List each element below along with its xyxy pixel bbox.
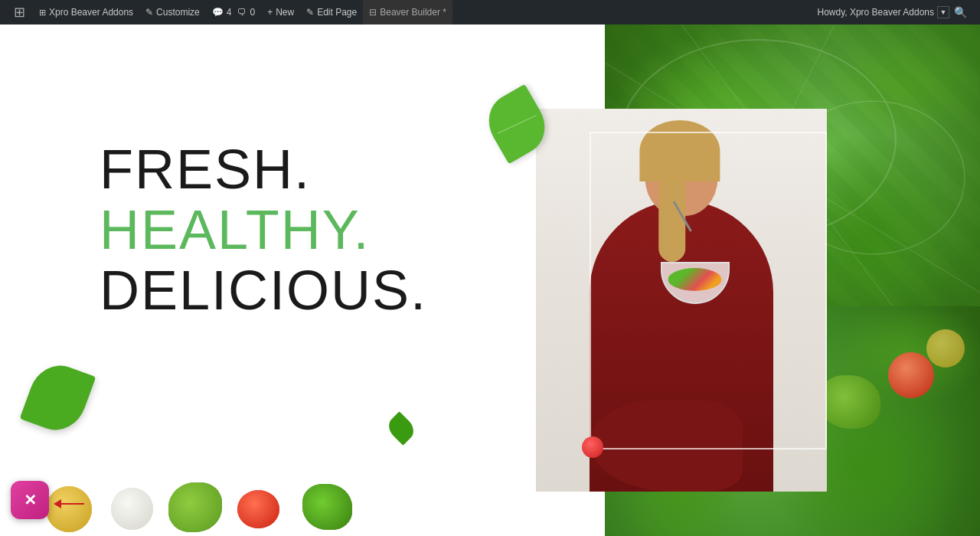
arrow-head-icon bbox=[54, 499, 61, 508]
pending-count: 0 bbox=[250, 7, 255, 18]
edit-page-label: Edit Page bbox=[317, 7, 357, 18]
screen-options-icon: ▼ bbox=[940, 8, 947, 16]
comments-count: 4 bbox=[227, 7, 232, 18]
hero-person-image bbox=[536, 109, 827, 492]
customize-menu[interactable]: ✎ Customize bbox=[139, 0, 206, 25]
leaf-sm-shape bbox=[384, 411, 419, 446]
xpro-beaver-addons-label: Xpro Beaver Addons bbox=[49, 7, 133, 18]
beaver-builder-label: Beaver Builder * bbox=[380, 7, 446, 18]
tomato-shape bbox=[582, 436, 603, 458]
leaf-decoration-top bbox=[490, 93, 551, 162]
main-content: FRESH. HEALTHY. DELICIOUS. ✕ bbox=[0, 25, 980, 536]
admin-bar: ⊞ ⊞ Xpro Beaver Addons ✎ Customize 💬 4 🗨… bbox=[0, 0, 980, 25]
admin-search-button[interactable]: 🔍 bbox=[952, 5, 968, 20]
tomato-veggie bbox=[237, 490, 279, 528]
arrow-line bbox=[61, 503, 84, 505]
beaver-builder-icon: ⊟ bbox=[369, 7, 377, 18]
admin-bar-right: Howdy, Xpro Beaver Addons ▼ 🔍 bbox=[811, 5, 974, 20]
beaver-builder-menu[interactable]: ⊟ Beaver Builder * bbox=[363, 0, 452, 25]
wp-icon: ⊞ bbox=[14, 4, 25, 21]
lettuce-veggie bbox=[168, 482, 222, 532]
customize-icon: ✎ bbox=[145, 7, 153, 18]
arrow-indicator bbox=[54, 499, 84, 508]
comments-menu[interactable]: 💬 4 🗨 0 bbox=[206, 0, 261, 25]
leaf-bl-shape bbox=[20, 358, 96, 439]
xpro-beaver-addons-menu[interactable]: ⊞ Xpro Beaver Addons bbox=[33, 0, 139, 25]
screen-options-toggle[interactable]: ▼ bbox=[937, 6, 949, 18]
edit-page-menu[interactable]: ✎ Edit Page bbox=[300, 0, 363, 25]
customize-label: Customize bbox=[156, 7, 200, 18]
admin-search-icon: 🔍 bbox=[954, 6, 967, 18]
bottom-food-items bbox=[0, 475, 612, 536]
tomato-decoration bbox=[582, 436, 605, 459]
close-button[interactable]: ✕ bbox=[11, 481, 49, 519]
leaf-shape-top bbox=[479, 84, 556, 164]
leaf-decoration-bottom-left bbox=[29, 365, 94, 438]
white-veggie bbox=[111, 488, 153, 530]
wp-logo[interactable]: ⊞ bbox=[6, 0, 33, 25]
close-icon: ✕ bbox=[24, 492, 37, 508]
herb-veggie bbox=[302, 484, 352, 530]
xpro-icon: ⊞ bbox=[39, 8, 46, 18]
comments-icon: 💬 bbox=[212, 7, 224, 18]
pending-comments: 🗨 bbox=[237, 7, 247, 18]
leaf-decoration-small-mid bbox=[390, 415, 412, 442]
hero-line-fresh: FRESH. bbox=[100, 139, 427, 200]
edit-page-icon: ✎ bbox=[306, 7, 314, 18]
new-menu[interactable]: + New bbox=[261, 0, 300, 25]
hero-line-delicious: DELICIOUS. bbox=[100, 260, 427, 321]
hero-line-healthy: HEALTHY. bbox=[100, 200, 427, 260]
hero-text-block: FRESH. HEALTHY. DELICIOUS. bbox=[100, 139, 427, 322]
new-icon: + bbox=[267, 7, 273, 18]
yellow-veggie bbox=[46, 486, 92, 532]
howdy-text: Howdy, Xpro Beaver Addons bbox=[817, 7, 934, 18]
new-label: New bbox=[276, 7, 294, 18]
